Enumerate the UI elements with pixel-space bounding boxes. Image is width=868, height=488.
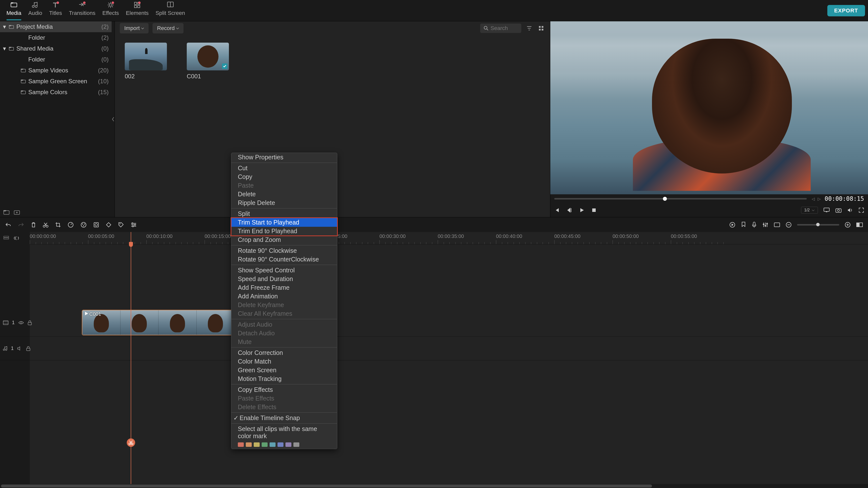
menu-item-color-match[interactable]: Color Match — [231, 357, 337, 366]
greenscreen-icon[interactable] — [93, 222, 99, 228]
video-track-1[interactable]: C001 — [30, 309, 868, 336]
audio-track-head[interactable]: 1 — [0, 336, 30, 360]
menu-item-copy-effects[interactable]: Copy Effects — [231, 385, 337, 394]
track-area[interactable]: 00:00:00:0000:00:05:0000:00:10:0000:00:1… — [30, 232, 868, 484]
split-icon[interactable] — [43, 222, 49, 228]
tree-item-sample-colors[interactable]: Sample Colors(15) — [0, 87, 112, 98]
color-swatch[interactable] — [254, 443, 260, 447]
menu-item-speed-and-duration[interactable]: Speed and Duration — [231, 274, 337, 283]
tag-icon[interactable] — [118, 222, 124, 228]
color-swatch[interactable] — [246, 443, 252, 447]
color-swatch[interactable] — [270, 443, 276, 447]
tree-item-sample-green-screen[interactable]: Sample Green Screen(10) — [0, 76, 112, 87]
audio-track-1[interactable] — [30, 336, 868, 360]
playback-scrubber[interactable] — [554, 198, 807, 199]
speed-icon[interactable] — [67, 222, 74, 228]
tab-transitions[interactable]: Transitions — [65, 0, 99, 22]
search-input[interactable] — [480, 24, 521, 33]
menu-item-trim-end-to-playhead[interactable]: Trim End to Playhead — [231, 227, 337, 235]
snapshot-icon[interactable] — [835, 207, 842, 213]
menu-item-motion-tracking[interactable]: Motion Tracking — [231, 375, 337, 383]
render-icon[interactable] — [729, 222, 736, 228]
collapse-left-icon[interactable] — [112, 21, 115, 217]
menu-item-rotate-90-clockwise[interactable]: Rotate 90° Clockwise — [231, 246, 337, 255]
tree-item-sample-videos[interactable]: Sample Videos(20) — [0, 65, 112, 76]
auto-ripple-icon[interactable] — [13, 236, 19, 240]
mixer-icon[interactable] — [762, 222, 768, 228]
preview-viewport[interactable] — [550, 21, 868, 194]
horizontal-scrollbar[interactable] — [0, 484, 868, 488]
stop-icon[interactable] — [591, 208, 596, 213]
visibility-icon[interactable] — [18, 321, 24, 325]
zoom-slider[interactable] — [797, 224, 839, 226]
menu-item-ripple-delete[interactable]: Ripple Delete — [231, 198, 337, 207]
display-icon[interactable] — [824, 207, 830, 213]
new-folder-icon[interactable] — [3, 210, 9, 215]
playhead[interactable] — [131, 232, 131, 484]
color-swatch[interactable] — [261, 443, 268, 447]
color-swatch[interactable] — [238, 443, 244, 447]
menu-item-select-all-clips-with-the-same-color-mark[interactable]: Select all clips with the same color mar… — [231, 425, 337, 441]
media-thumb-c001[interactable]: C001 — [187, 43, 229, 80]
settings-lines-icon[interactable] — [130, 222, 137, 228]
menu-item-enable-timeline-snap[interactable]: Enable Timeline Snap — [231, 414, 337, 422]
filter-icon[interactable] — [525, 24, 533, 32]
tree-item-project-media[interactable]: ▾Project Media(2) — [0, 21, 112, 32]
delete-icon[interactable] — [31, 222, 36, 228]
menu-item-crop-and-zoom[interactable]: Crop and Zoom — [231, 235, 337, 244]
color-swatch[interactable] — [278, 443, 283, 447]
color-icon[interactable] — [80, 222, 87, 228]
grid-view-icon[interactable] — [537, 24, 545, 32]
redo-icon[interactable] — [18, 222, 24, 228]
voiceover-icon[interactable] — [751, 222, 757, 228]
zoom-in-icon[interactable] — [845, 222, 850, 228]
fullscreen-icon[interactable] — [859, 207, 864, 213]
record-button[interactable]: Record — [153, 23, 184, 33]
manage-tracks-icon[interactable] — [3, 236, 9, 240]
tab-split-screen[interactable]: Split Screen — [152, 0, 188, 22]
go-start-icon[interactable] — [554, 207, 560, 213]
export-button[interactable]: EXPORT — [827, 5, 865, 17]
color-swatch[interactable] — [293, 443, 299, 447]
menu-item-green-screen[interactable]: Green Screen — [231, 366, 337, 375]
media-thumb-002[interactable]: 002 — [125, 43, 167, 80]
timeline-clip[interactable]: C001 — [82, 310, 235, 335]
scissors-icon[interactable] — [127, 438, 135, 447]
zoom-ratio[interactable]: 1/2 — [801, 207, 818, 214]
menu-item-split[interactable]: Split — [231, 209, 337, 218]
new-folder-plus-icon[interactable] — [14, 210, 20, 215]
menu-item-add-animation[interactable]: Add Animation — [231, 292, 337, 301]
menu-item-add-freeze-frame[interactable]: Add Freeze Frame — [231, 283, 337, 292]
menu-item-show-properties[interactable]: Show Properties — [231, 153, 337, 162]
crop-icon[interactable] — [55, 222, 61, 228]
clip-view-icon[interactable] — [774, 222, 780, 227]
menu-item-trim-start-to-playhead[interactable]: Trim Start to Playhead — [231, 218, 337, 227]
zoom-out-icon[interactable] — [786, 222, 792, 228]
keyframe-icon[interactable] — [106, 222, 112, 228]
undo-icon[interactable] — [5, 222, 11, 228]
tab-audio[interactable]: Audio — [25, 0, 45, 22]
tab-titles[interactable]: Titles — [45, 0, 65, 22]
menu-item-show-speed-control[interactable]: Show Speed Control — [231, 266, 337, 274]
play-icon[interactable] — [579, 207, 585, 213]
menu-item-delete[interactable]: Delete — [231, 190, 337, 198]
volume-icon[interactable] — [847, 207, 853, 213]
tab-effects[interactable]: Effects — [99, 0, 123, 22]
prev-frame-icon[interactable]: ◁ — [812, 197, 815, 201]
menu-item-rotate-90-counterclockwise[interactable]: Rotate 90° CounterClockwise — [231, 255, 337, 264]
marker-icon[interactable] — [741, 222, 746, 228]
menu-item-cut[interactable]: Cut — [231, 164, 337, 172]
time-ruler[interactable]: 00:00:00:0000:00:05:0000:00:10:0000:00:1… — [30, 232, 868, 245]
tree-item-folder[interactable]: Folder(2) — [0, 32, 112, 43]
menu-item-color-correction[interactable]: Color Correction — [231, 349, 337, 357]
tab-elements[interactable]: Elements — [123, 0, 152, 22]
tree-item-shared-media[interactable]: ▾Shared Media(0) — [0, 43, 112, 54]
color-swatch[interactable] — [285, 443, 291, 447]
import-button[interactable]: Import — [120, 23, 149, 33]
tab-media[interactable]: Media — [3, 0, 25, 22]
menu-item-copy[interactable]: Copy — [231, 172, 337, 181]
mute-icon[interactable] — [17, 346, 23, 351]
tree-item-folder[interactable]: Folder(0) — [0, 54, 112, 65]
next-frame-icon[interactable]: ▷ — [818, 197, 820, 201]
video-track-head[interactable]: 1 — [0, 309, 30, 336]
